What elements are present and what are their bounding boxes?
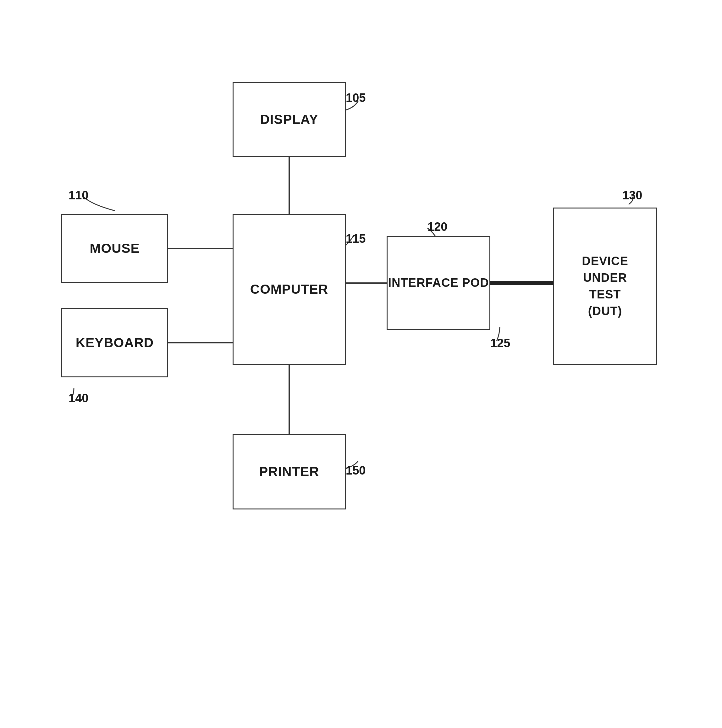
interface-pod-box: INTERFACE POD xyxy=(387,236,490,330)
ref-125: 125 xyxy=(490,336,510,350)
mouse-box: MOUSE xyxy=(61,214,168,283)
ref-120: 120 xyxy=(427,220,447,234)
ref-150: 150 xyxy=(346,464,366,477)
computer-label: COMPUTER xyxy=(250,282,328,297)
display-label: DISPLAY xyxy=(260,112,318,127)
display-box: DISPLAY xyxy=(233,82,346,157)
printer-label: PRINTER xyxy=(259,464,319,479)
mouse-label: MOUSE xyxy=(90,241,140,256)
ref-130: 130 xyxy=(622,189,642,202)
keyboard-label: KEYBOARD xyxy=(76,335,154,350)
ref-140: 140 xyxy=(69,392,89,405)
printer-box: PRINTER xyxy=(233,434,346,509)
diagram-container: DISPLAY COMPUTER MOUSE KEYBOARD INTERFAC… xyxy=(0,0,722,728)
ref-110: 110 xyxy=(69,189,89,202)
dut-label: DEVICEUNDERTEST(DUT) xyxy=(582,253,628,320)
ref-105: 105 xyxy=(346,91,366,105)
keyboard-box: KEYBOARD xyxy=(61,308,168,377)
interface-pod-label: INTERFACE POD xyxy=(388,275,489,291)
ref-115: 115 xyxy=(346,232,366,246)
computer-box: COMPUTER xyxy=(233,214,346,365)
dut-box: DEVICEUNDERTEST(DUT) xyxy=(553,208,657,365)
